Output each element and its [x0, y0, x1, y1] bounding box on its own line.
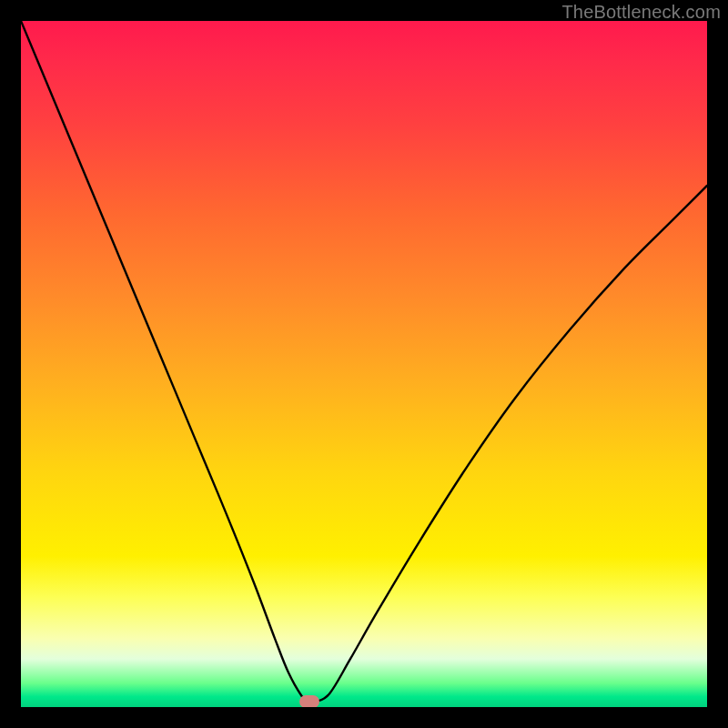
bottleneck-curve — [21, 21, 707, 707]
plot-area — [21, 21, 707, 707]
optimum-marker — [299, 695, 319, 707]
chart-frame: TheBottleneck.com — [0, 0, 728, 728]
watermark-text: TheBottleneck.com — [561, 2, 721, 23]
